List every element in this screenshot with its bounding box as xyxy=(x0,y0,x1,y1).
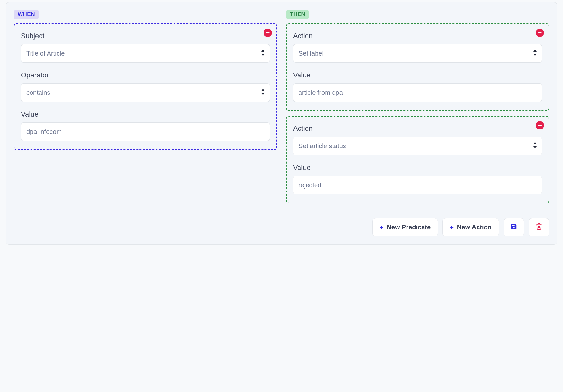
predicate-value-input[interactable] xyxy=(21,122,270,141)
when-tag: WHEN xyxy=(14,10,39,19)
remove-predicate-button[interactable] xyxy=(264,29,272,37)
subject-group: Subject Title of Article xyxy=(21,32,270,63)
delete-button[interactable] xyxy=(529,218,549,236)
footer-actions: + New Predicate + New Action xyxy=(14,218,549,236)
value-group: Value xyxy=(21,110,270,141)
operator-label: Operator xyxy=(21,71,270,79)
predicate-box: Subject Title of Article Operator contai… xyxy=(14,23,277,150)
action-select[interactable]: Set article status xyxy=(293,137,542,155)
remove-action-button[interactable] xyxy=(536,29,544,37)
operator-group: Operator contains xyxy=(21,71,270,102)
action-group: Action Set label xyxy=(293,32,542,63)
action-box-1: Action Set label Value xyxy=(286,23,549,111)
action-label: Action xyxy=(293,124,542,133)
value-label: Value xyxy=(293,71,542,79)
then-column: THEN Action Set label Value xyxy=(286,10,549,209)
rule-card: WHEN Subject Title of Article Operator xyxy=(6,2,557,245)
action-box-2: Action Set article status Value xyxy=(286,116,549,203)
action-value-input[interactable] xyxy=(293,83,542,102)
new-predicate-button[interactable]: + New Predicate xyxy=(372,218,438,236)
subject-label: Subject xyxy=(21,32,270,40)
value-label: Value xyxy=(293,164,542,172)
action-value-input[interactable] xyxy=(293,176,542,194)
plus-icon: + xyxy=(450,224,454,231)
save-button[interactable] xyxy=(504,218,524,236)
action-value-group: Value xyxy=(293,71,542,102)
action-label: Action xyxy=(293,32,542,40)
new-action-button[interactable]: + New Action xyxy=(442,218,499,236)
remove-action-button[interactable] xyxy=(536,121,544,129)
operator-select[interactable]: contains xyxy=(21,83,270,102)
action-group: Action Set article status xyxy=(293,124,542,155)
new-predicate-label: New Predicate xyxy=(387,224,431,231)
action-select[interactable]: Set label xyxy=(293,44,542,63)
subject-select[interactable]: Title of Article xyxy=(21,44,270,63)
save-icon xyxy=(510,223,517,232)
rule-columns: WHEN Subject Title of Article Operator xyxy=(14,10,549,209)
action-value-group: Value xyxy=(293,164,542,194)
new-action-label: New Action xyxy=(457,224,492,231)
trash-icon xyxy=(535,223,542,232)
plus-icon: + xyxy=(380,224,384,231)
value-label: Value xyxy=(21,110,270,119)
when-column: WHEN Subject Title of Article Operator xyxy=(14,10,277,209)
then-tag: THEN xyxy=(286,10,309,19)
